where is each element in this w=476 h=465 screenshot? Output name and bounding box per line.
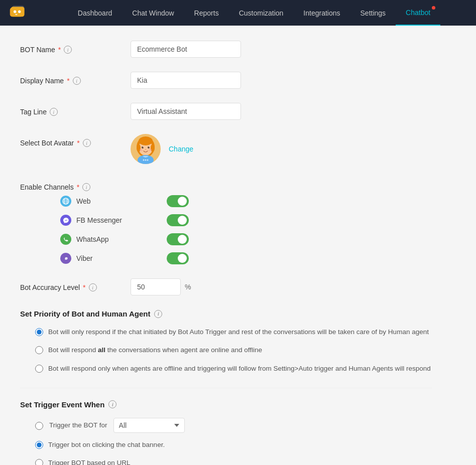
svg-point-14 — [140, 149, 143, 151]
accuracy-input[interactable] — [131, 278, 181, 295]
svg-point-13 — [149, 146, 149, 147]
svg-point-4 — [18, 10, 21, 13]
tagline-info-icon[interactable]: i — [50, 108, 58, 116]
trigger-option-1: Trigger the BOT for All New Users Return… — [35, 418, 432, 433]
nav-item-integrations[interactable]: Integrations — [293, 0, 350, 26]
fb-icon — [60, 215, 71, 226]
accuracy-info-icon[interactable]: i — [89, 283, 97, 291]
divider-1 — [20, 388, 432, 388]
svg-point-3 — [14, 10, 16, 13]
avatar-label: Select Bot Avatar * i — [20, 134, 131, 147]
channels-label: Enable Channels * i — [20, 178, 131, 191]
priority-label-1: Bot will only respond if the chat initia… — [48, 327, 429, 337]
priority-radio-group: Bot will only respond if the chat initia… — [35, 327, 432, 374]
viber-toggle[interactable] — [167, 252, 189, 264]
fb-toggle[interactable] — [167, 214, 189, 226]
trigger-section: Set Trigger Event When i Trigger the BOT… — [20, 400, 432, 465]
accuracy-required: * — [83, 283, 85, 291]
tagline-label: Tag Line i — [20, 103, 131, 116]
avatar-input-wrap: Change — [131, 134, 432, 164]
trigger-radio-2[interactable] — [35, 441, 43, 449]
display-name-row: Display Name * i — [20, 72, 432, 89]
whatsapp-toggle[interactable] — [167, 233, 189, 245]
svg-point-9 — [151, 144, 155, 152]
priority-label-3: Bot will respond only when agents are of… — [48, 364, 431, 374]
channels-section: Enable Channels * i Web — [20, 178, 432, 264]
nav-item-customization[interactable]: Customization — [229, 0, 294, 26]
priority-option-3[interactable]: Bot will respond only when agents are of… — [35, 364, 432, 374]
priority-radio-3[interactable] — [35, 365, 43, 373]
accuracy-row: Bot Accuracy Level * i % — [20, 278, 432, 295]
nav-item-dashboard[interactable]: Dashboard — [68, 0, 123, 26]
trigger-option-2[interactable]: Trigger bot on clicking the chat banner. — [35, 440, 432, 450]
display-name-info-icon[interactable]: i — [73, 77, 81, 85]
tagline-input-wrap — [131, 103, 432, 120]
svg-point-12 — [143, 146, 143, 147]
accuracy-input-wrap: % — [131, 278, 432, 295]
svg-point-15 — [149, 149, 152, 151]
channels-info-icon[interactable]: i — [82, 183, 90, 191]
channel-name-fb: FB Messenger — [76, 216, 137, 224]
svg-point-16 — [145, 149, 147, 150]
priority-option-1[interactable]: Bot will only respond if the chat initia… — [35, 327, 432, 337]
avatar-info-icon[interactable]: i — [83, 139, 91, 147]
priority-label-2: Bot will respond all the conversations w… — [48, 345, 262, 355]
nav-item-reports[interactable]: Reports — [184, 0, 229, 26]
priority-info-icon[interactable]: i — [154, 310, 162, 318]
trigger-select[interactable]: All New Users Returning Users — [113, 418, 185, 433]
accuracy-percent: % — [185, 283, 191, 291]
trigger-radio-3[interactable] — [35, 459, 43, 465]
avatar-row: Select Bot Avatar * i — [20, 134, 432, 164]
svg-point-8 — [137, 144, 141, 152]
nav-item-chatbot[interactable]: Chatbot — [396, 0, 440, 26]
display-name-input-wrap — [131, 72, 432, 89]
avatar-required: * — [77, 139, 79, 147]
trigger-label-2: Trigger bot on clicking the chat banner. — [48, 440, 165, 450]
tagline-row: Tag Line i — [20, 103, 432, 120]
channels-required: * — [77, 183, 79, 191]
bot-name-input[interactable] — [131, 41, 241, 58]
trigger-radio-group: Trigger the BOT for All New Users Return… — [35, 418, 432, 465]
bot-name-label: BOT Name * i — [20, 41, 131, 54]
bot-name-required: * — [58, 46, 61, 54]
priority-header: Set Priority of Bot and Human Agent i — [20, 309, 432, 318]
trigger-option-3[interactable]: Trigger BOT based on URL — [35, 458, 432, 465]
web-toggle[interactable] — [167, 195, 189, 207]
logo — [8, 3, 28, 23]
channel-name-viber: Viber — [76, 254, 137, 262]
svg-point-26 — [63, 237, 69, 242]
display-name-input[interactable] — [131, 72, 241, 89]
main-content: BOT Name * i Display Name * i Tag Line i — [0, 26, 452, 465]
svg-point-19 — [145, 160, 147, 161]
trigger-radio-1[interactable] — [35, 422, 43, 430]
svg-point-7 — [139, 136, 153, 145]
tagline-input[interactable] — [131, 103, 241, 120]
accuracy-wrap: % — [131, 278, 432, 295]
avatar-wrap: Change — [131, 134, 432, 164]
bot-name-info-icon[interactable]: i — [64, 46, 72, 54]
priority-option-2[interactable]: Bot will respond all the conversations w… — [35, 345, 432, 355]
channel-row-web: Web — [60, 195, 432, 207]
svg-point-18 — [143, 160, 145, 161]
channel-name-whatsapp: WhatsApp — [76, 235, 137, 243]
priority-section: Set Priority of Bot and Human Agent i Bo… — [20, 309, 432, 374]
avatar — [131, 134, 161, 164]
svg-point-20 — [147, 160, 149, 161]
bot-name-row: BOT Name * i — [20, 41, 432, 58]
trigger-info-icon[interactable]: i — [108, 400, 116, 408]
priority-radio-2[interactable] — [35, 346, 43, 354]
display-name-label: Display Name * i — [20, 72, 131, 85]
bot-name-input-wrap — [131, 41, 432, 58]
priority-radio-1[interactable] — [35, 328, 43, 336]
channel-name-web: Web — [76, 197, 137, 205]
change-avatar-link[interactable]: Change — [169, 145, 193, 153]
nav-item-settings[interactable]: Settings — [350, 0, 396, 26]
nav-item-chat-window[interactable]: Chat Window — [122, 0, 184, 26]
trigger-label-3: Trigger BOT based on URL — [48, 458, 131, 465]
channel-list: Web FB Messenger — [20, 195, 432, 264]
whatsapp-icon — [60, 234, 71, 245]
navbar: Dashboard Chat Window Reports Customizat… — [0, 0, 476, 26]
nav-items: Dashboard Chat Window Reports Customizat… — [40, 0, 468, 26]
svg-rect-2 — [11, 7, 25, 17]
accuracy-label: Bot Accuracy Level * i — [20, 278, 131, 291]
